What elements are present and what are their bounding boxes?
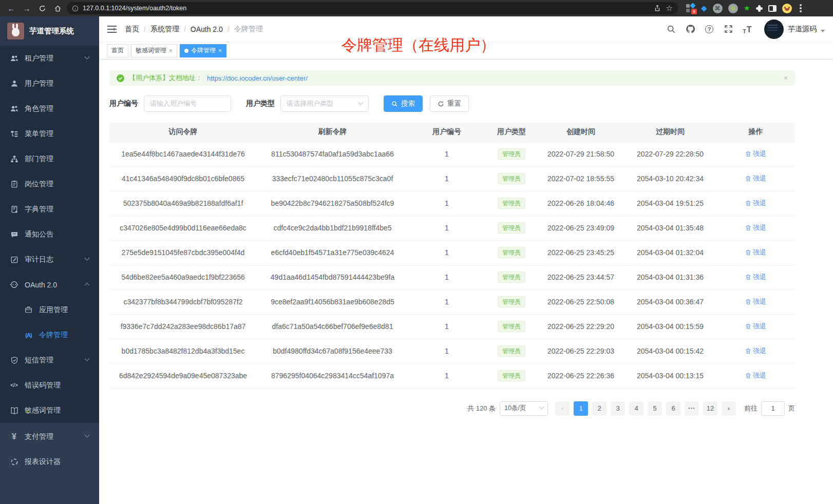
user-type-cell: 管理员 [485, 265, 538, 289]
browser-menu-icon[interactable] [800, 4, 802, 12]
help-icon[interactable]: ? [704, 24, 714, 34]
fullscreen-icon[interactable] [723, 24, 733, 34]
access-token-cell: 6d842e2924594de9a09e45e087323abe [109, 363, 257, 388]
share-icon[interactable] [654, 5, 661, 12]
active-dot-icon [184, 49, 188, 53]
force-logout-button[interactable]: 强退 [745, 223, 766, 232]
close-icon[interactable]: × [218, 47, 222, 54]
access-token-cell: c342377bf8b344799dcbf7bf095287f2 [109, 289, 257, 314]
search-button[interactable]: 搜索 [384, 95, 423, 112]
font-size-icon[interactable]: TT [742, 24, 752, 34]
force-logout-button[interactable]: 强退 [745, 346, 766, 356]
sidebar-item-user[interactable]: 用户管理 [0, 71, 99, 96]
force-logout-button[interactable]: 强退 [745, 371, 766, 380]
sidebar-item-dept[interactable]: 部门管理 [0, 146, 99, 171]
user-type-cell: 管理员 [485, 363, 538, 388]
home-icon[interactable] [51, 2, 64, 14]
trash-icon [745, 299, 751, 305]
token-table: 访问令牌 刷新令牌 用户编号 用户类型 创建时间 过期时间 操作 1ea5e44… [109, 123, 795, 389]
user-menu[interactable]: 芋道源码 [764, 20, 825, 39]
user-id-input[interactable]: 请输入用户编号 [144, 95, 231, 112]
breadcrumb-oauth2[interactable]: OAuth 2.0 [191, 25, 223, 33]
page-button[interactable]: 3 [611, 401, 625, 416]
breadcrumb-system[interactable]: 系统管理 [150, 25, 179, 34]
force-logout-button[interactable]: 强退 [745, 199, 766, 208]
force-logout-button[interactable]: 强退 [745, 174, 766, 183]
user-type-select[interactable]: 请选择用户类型 [280, 95, 369, 112]
reload-icon[interactable] [36, 2, 48, 14]
sidebar-item-notice[interactable]: 通知公告 [0, 222, 99, 247]
force-logout-button[interactable]: 强退 [745, 149, 766, 159]
sidebar-item-oauth2-app[interactable]: 应用管理 [0, 297, 99, 322]
trash-icon [745, 274, 751, 280]
breadcrumb-home[interactable]: 首页 [125, 25, 139, 34]
user-id-label: 用户编号 [109, 99, 138, 108]
forward-icon[interactable]: → [21, 2, 33, 14]
page-button[interactable]: 12 [703, 401, 717, 416]
page-button[interactable]: 2 [592, 401, 607, 416]
search-icon[interactable] [666, 24, 676, 34]
search-icon [391, 101, 398, 107]
site-info-icon[interactable] [72, 5, 79, 12]
sidebar-collapse-icon[interactable] [107, 26, 117, 33]
page-button[interactable]: ••• [685, 401, 699, 416]
prev-page-button[interactable]: ‹ [555, 401, 570, 416]
address-bar[interactable]: 127.0.0.1:1024/system/oauth2/token ☆ [67, 2, 678, 14]
back-icon[interactable]: ← [5, 2, 17, 14]
gem-extension-icon[interactable]: ◆ [701, 4, 707, 13]
create-time-cell: 2022-07-02 18:55:55 [538, 166, 624, 191]
bookmark-star-icon[interactable]: ☆ [666, 4, 673, 13]
force-logout-button[interactable]: 强退 [745, 322, 766, 331]
sidebar-item-error-code[interactable]: </> 错误码管理 [0, 373, 99, 398]
tab-token[interactable]: 令牌管理 × [180, 44, 226, 57]
extension-badge: 9 [691, 9, 697, 14]
profile-emoji-icon[interactable] [782, 4, 792, 13]
side-panel-icon[interactable] [768, 5, 777, 12]
top-navbar: 首页 / 系统管理 / OAuth 2.0 / 令牌管理 ? TT 芋道源码 [99, 16, 833, 42]
reset-button[interactable]: 重置 [430, 95, 469, 112]
page-button[interactable]: 5 [648, 401, 662, 416]
page-size-select[interactable]: 10条/页 [500, 401, 548, 416]
doc-link[interactable]: https://doc.iocoder.cn/user-center/ [207, 74, 308, 82]
extension-grid-icon[interactable]: 9 [686, 4, 695, 13]
force-logout-button[interactable]: 强退 [745, 297, 766, 306]
user-type-badge: 管理员 [498, 173, 525, 184]
tab-sensitive-word[interactable]: 敏感词管理 × [131, 44, 177, 57]
sidebar-item-audit-log[interactable]: 审计日志 [0, 247, 99, 272]
sidebar-item-role[interactable]: 角色管理 [0, 96, 99, 121]
user-type-cell: 管理员 [485, 289, 538, 314]
page-button[interactable]: 1 [574, 401, 588, 416]
create-time-cell: 2022-06-25 23:49:09 [538, 216, 624, 240]
access-token-cell: 41c41346a548490f9dc8b01c6bfe0865 [109, 166, 257, 191]
page-button[interactable]: 6 [666, 401, 680, 416]
trash-icon [745, 373, 751, 379]
sidebar-item-pay[interactable]: ¥ 支付管理 [0, 424, 99, 449]
command-extension-icon[interactable]: ⌘ [713, 4, 723, 13]
col-user-id: 用户编号 [408, 123, 485, 142]
sidebar-item-report-designer[interactable]: 报表设计器 [0, 449, 99, 474]
sidebar-item-dict[interactable]: 字典管理 [0, 197, 99, 222]
sidebar-item-oauth2[interactable]: OAuth 2.0 [0, 272, 99, 297]
sidebar-item-sensitive-word[interactable]: 敏感词管理 [0, 398, 99, 423]
sidebar-item-sms[interactable]: 短信管理 [0, 347, 99, 373]
page-button[interactable]: 4 [629, 401, 643, 416]
tab-home[interactable]: 首页 [107, 44, 128, 57]
force-logout-button[interactable]: 强退 [745, 273, 766, 282]
force-logout-button[interactable]: 强退 [745, 248, 766, 257]
goto-page-input[interactable] [761, 401, 785, 416]
close-icon[interactable]: × [169, 47, 173, 54]
sidebar-item-oauth2-token[interactable]: (A) 令牌管理 [0, 322, 99, 347]
close-icon[interactable]: × [784, 74, 788, 82]
github-icon[interactable] [685, 24, 695, 34]
green-star-extension-icon[interactable]: ★ [744, 4, 750, 13]
puzzle-extension-icon[interactable] [756, 5, 763, 12]
recorder-extension-icon[interactable] [728, 4, 738, 13]
sidebar-item-menu[interactable]: 菜单管理 [0, 121, 99, 146]
sidebar-item-post[interactable]: 岗位管理 [0, 171, 99, 197]
next-page-button[interactable]: › [722, 401, 736, 416]
user-type-badge: 管理员 [498, 247, 525, 258]
sidebar-item-tenant[interactable]: 租户管理 [0, 46, 99, 71]
people-icon [10, 54, 18, 63]
sidebar-header: 芋道管理系统 [0, 16, 99, 46]
robot-icon [10, 280, 18, 289]
